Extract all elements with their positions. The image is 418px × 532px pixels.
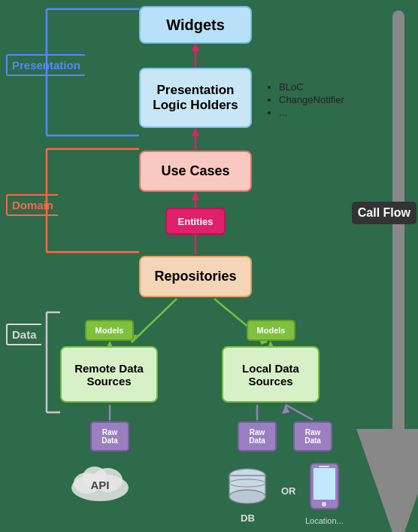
- svg-marker-14: [192, 191, 199, 200]
- rawdata-left-box: Raw Data: [90, 421, 129, 451]
- rawdata-right-box: Raw Data: [293, 421, 332, 451]
- or-text: OR: [281, 485, 296, 497]
- callflow-label: Call Flow: [352, 202, 416, 224]
- svg-marker-12: [192, 127, 199, 136]
- repos-box: Repositories: [139, 256, 252, 297]
- models-right-box: Models: [247, 320, 295, 341]
- svg-marker-28: [282, 404, 289, 414]
- plh-label: Presentation Logic Holders: [147, 83, 244, 113]
- domain-label: Domain: [6, 194, 58, 216]
- local-label: Local Data Sources: [229, 362, 312, 388]
- diagram-container: Widgets Presentation Logic Holders BLoC …: [0, 0, 418, 532]
- svg-point-37: [229, 490, 265, 503]
- bloc-item-1: BLoC: [279, 81, 344, 93]
- repos-label: Repositories: [154, 269, 236, 284]
- data-label: Data: [6, 324, 41, 345]
- location-text: Location...: [305, 516, 344, 525]
- api-text: API: [66, 479, 134, 491]
- plh-box: Presentation Logic Holders: [139, 68, 252, 128]
- bloc-item-3: ...: [279, 107, 344, 118]
- entities-box: Entities: [165, 208, 226, 235]
- widgets-label: Widgets: [166, 17, 225, 34]
- rawdata-left-label: Raw Data: [98, 428, 122, 445]
- presentation-label: Presentation: [6, 54, 85, 76]
- presentation-text: Presentation: [12, 59, 80, 71]
- callflow-text: Call Flow: [358, 206, 410, 219]
- db-text: DB: [227, 512, 268, 524]
- svg-rect-40: [314, 468, 335, 500]
- rawdata-right-label: Raw Data: [301, 428, 325, 445]
- svg-point-41: [322, 502, 326, 506]
- rawdata-mid-label: Raw Data: [245, 428, 269, 445]
- usecases-box: Use Cases: [139, 150, 252, 192]
- widgets-box: Widgets: [139, 6, 252, 44]
- phone-svg: [307, 462, 341, 513]
- usecases-label: Use Cases: [161, 163, 229, 179]
- models-right-label: Models: [257, 326, 286, 335]
- models-left-label: Models: [95, 326, 124, 335]
- api-icon: API: [66, 458, 134, 506]
- rawdata-mid-box: Raw Data: [238, 421, 277, 451]
- domain-text: Domain: [12, 199, 53, 211]
- bloc-item-2: ChangeNotifier: [279, 94, 344, 105]
- db-svg: [227, 467, 268, 508]
- svg-line-27: [286, 405, 313, 420]
- db-icon: DB: [227, 467, 268, 524]
- remote-box: Remote Data Sources: [60, 346, 158, 403]
- local-box: Local Data Sources: [222, 346, 320, 403]
- bloc-list: BLoC ChangeNotifier ...: [267, 81, 344, 120]
- models-left-box: Models: [85, 320, 134, 341]
- svg-line-15: [132, 299, 177, 342]
- data-text: Data: [12, 328, 37, 341]
- phone-icon: Location...: [305, 462, 344, 525]
- svg-rect-42: [319, 466, 329, 467]
- entities-label: Entities: [178, 216, 214, 227]
- remote-label: Remote Data Sources: [68, 362, 150, 388]
